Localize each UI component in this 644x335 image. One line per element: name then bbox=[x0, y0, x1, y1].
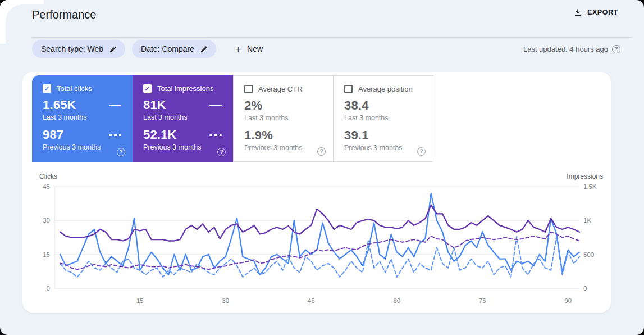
edit-pencil-icon bbox=[200, 45, 208, 53]
right-axis-tick: 1K bbox=[583, 217, 591, 224]
edit-pencil-icon bbox=[109, 45, 117, 53]
left-axis-tick: 30 bbox=[43, 217, 50, 224]
header-divider bbox=[32, 37, 632, 38]
left-axis-label: Clicks bbox=[39, 173, 57, 180]
x-axis-tick: 75 bbox=[479, 297, 486, 304]
x-axis-tick: 15 bbox=[136, 297, 144, 304]
filter-bar: Search type: Web Date: Compare + New bbox=[32, 40, 268, 58]
x-axis-tick: 30 bbox=[222, 297, 229, 304]
right-axis-tick: 500 bbox=[583, 251, 594, 258]
last-updated-text: Last updated: 4 hours ago bbox=[523, 45, 608, 53]
help-icon[interactable]: ? bbox=[612, 45, 620, 53]
filter-chip-search-type[interactable]: Search type: Web bbox=[32, 40, 125, 58]
filter-chip-label: Search type: Web bbox=[41, 44, 103, 53]
filter-chip-label: Date: Compare bbox=[141, 44, 194, 53]
search-console-performance-page: Performance EXPORT Search type: Web Date… bbox=[0, 0, 644, 335]
right-axis-tick: 1.5K bbox=[583, 183, 597, 190]
filter-chip-date[interactable]: Date: Compare bbox=[132, 40, 216, 58]
right-axis-tick: 0 bbox=[583, 285, 587, 292]
export-button[interactable]: EXPORT bbox=[573, 8, 618, 17]
export-button-label: EXPORT bbox=[587, 8, 618, 16]
new-filter-label: New bbox=[247, 44, 263, 53]
left-axis-tick: 15 bbox=[43, 251, 50, 258]
plus-icon: + bbox=[235, 44, 241, 55]
x-axis-tick: 60 bbox=[393, 297, 400, 304]
performance-panel: ✓ Total clicks 1.65K Last 3 months 987 P… bbox=[22, 72, 611, 313]
left-axis-tick: 0 bbox=[47, 285, 50, 292]
download-icon bbox=[573, 8, 582, 17]
page-title: Performance bbox=[32, 8, 97, 21]
performance-chart[interactable]: 45301501.5K1K5000ClicksImpressions153045… bbox=[22, 72, 611, 313]
last-updated-status: Last updated: 4 hours ago ? bbox=[523, 45, 620, 53]
x-axis-tick: 45 bbox=[308, 297, 315, 304]
right-axis-label: Impressions bbox=[567, 173, 603, 180]
x-axis-tick: 90 bbox=[564, 297, 572, 304]
new-filter-button[interactable]: + New bbox=[230, 40, 268, 58]
series-clicks-last-3-months bbox=[60, 193, 579, 275]
left-axis-tick: 45 bbox=[43, 183, 50, 190]
